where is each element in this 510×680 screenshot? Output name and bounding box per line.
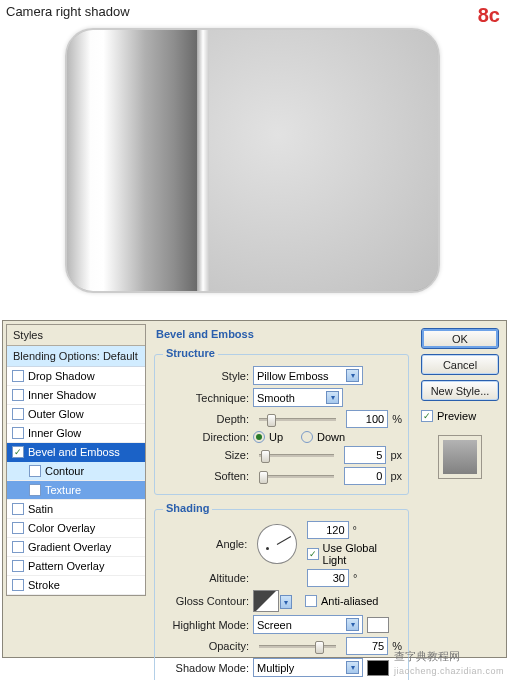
select-value: Smooth — [257, 392, 295, 404]
illustration-area: Camera right shadow 8c — [0, 0, 510, 317]
gloss-contour-picker[interactable]: ▾ — [253, 590, 279, 612]
size-input[interactable]: 5 — [344, 446, 386, 464]
styles-column: Styles Blending Options: Default Drop Sh… — [6, 324, 146, 654]
style-row-stroke[interactable]: Stroke — [7, 576, 145, 595]
preview-checkbox[interactable] — [421, 410, 433, 422]
chevron-down-icon: ▾ — [346, 369, 359, 382]
preview-toggle[interactable]: Preview — [421, 410, 499, 422]
depth-input[interactable]: 100 — [346, 410, 388, 428]
checkbox-icon[interactable] — [12, 560, 24, 572]
angle-input[interactable]: 120 — [307, 521, 349, 539]
shading-legend: Shading — [163, 502, 212, 514]
select-value: Screen — [257, 619, 292, 631]
highlight-color-swatch[interactable] — [367, 617, 389, 633]
size-label: Size: — [161, 449, 249, 461]
style-label: Drop Shadow — [28, 370, 95, 382]
style-row-satin[interactable]: Satin — [7, 500, 145, 519]
shadow-color-swatch[interactable] — [367, 660, 389, 676]
style-row-gradient-overlay[interactable]: Gradient Overlay — [7, 538, 145, 557]
technique-label: Technique: — [161, 392, 249, 404]
style-row-pattern-overlay[interactable]: Pattern Overlay — [7, 557, 145, 576]
technique-select[interactable]: Smooth▾ — [253, 388, 343, 407]
altitude-label: Altitude: — [161, 572, 249, 584]
angle-label: Angle: — [161, 538, 247, 550]
chevron-down-icon: ▾ — [280, 595, 292, 609]
radio-label: Up — [269, 431, 283, 443]
structure-legend: Structure — [163, 347, 218, 359]
global-light-checkbox[interactable] — [307, 548, 319, 560]
checkbox-icon[interactable] — [29, 465, 41, 477]
checkbox-icon[interactable] — [12, 370, 24, 382]
shading-fieldset: Shading Angle: 120 ° Use Global Light Al… — [154, 509, 409, 680]
watermark-sub: jiaocheng.chazidian.com — [394, 666, 504, 676]
blending-options-row[interactable]: Blending Options: Default — [7, 346, 145, 367]
highlight-mode-select[interactable]: Screen▾ — [253, 615, 363, 634]
checkbox-icon[interactable] — [12, 389, 24, 401]
radio-label: Down — [317, 431, 345, 443]
checkbox-icon[interactable] — [12, 503, 24, 515]
highlight-opacity-input[interactable]: 75 — [346, 637, 388, 655]
camera-preview — [65, 28, 440, 293]
depth-slider[interactable] — [259, 418, 336, 421]
style-row-texture[interactable]: Texture — [7, 481, 145, 500]
checkbox-icon[interactable] — [29, 484, 41, 496]
style-row-color-overlay[interactable]: Color Overlay — [7, 519, 145, 538]
altitude-input[interactable]: 30 — [307, 569, 349, 587]
ok-button[interactable]: OK — [421, 328, 499, 349]
watermark: 查字典教程网 jiaocheng.chazidian.com — [394, 649, 504, 676]
shadow-mode-select[interactable]: Multiply▾ — [253, 658, 363, 677]
unit-label: px — [390, 470, 402, 482]
style-row-contour[interactable]: Contour — [7, 462, 145, 481]
checkbox-icon[interactable] — [12, 579, 24, 591]
style-label: Outer Glow — [28, 408, 84, 420]
direction-up-radio[interactable] — [253, 431, 265, 443]
style-select[interactable]: Pillow Emboss▾ — [253, 366, 363, 385]
step-badge: 8c — [478, 4, 500, 27]
anti-aliased-label: Anti-aliased — [321, 595, 378, 607]
layer-style-dialog: Styles Blending Options: Default Drop Sh… — [2, 320, 507, 658]
unit-label: ° — [353, 524, 357, 536]
size-slider[interactable] — [259, 454, 334, 457]
direction-down-radio[interactable] — [301, 431, 313, 443]
style-label: Pattern Overlay — [28, 560, 104, 572]
checkbox-icon[interactable] — [12, 522, 24, 534]
style-row-inner-glow[interactable]: Inner Glow — [7, 424, 145, 443]
cancel-button[interactable]: Cancel — [421, 354, 499, 375]
style-label: Contour — [45, 465, 84, 477]
style-label: Stroke — [28, 579, 60, 591]
style-label: Texture — [45, 484, 81, 496]
style-label: Gradient Overlay — [28, 541, 111, 553]
checkbox-icon[interactable] — [12, 541, 24, 553]
unit-label: ° — [353, 572, 357, 584]
soften-slider[interactable] — [259, 475, 334, 478]
styles-list: Styles Blending Options: Default Drop Sh… — [6, 324, 146, 596]
style-label: Inner Glow — [28, 427, 81, 439]
highlight-mode-label: Highlight Mode: — [161, 619, 249, 631]
checkbox-icon[interactable] — [12, 408, 24, 420]
select-value: Pillow Emboss — [257, 370, 329, 382]
soften-label: Soften: — [161, 470, 249, 482]
shadow-mode-label: Shadow Mode: — [161, 662, 249, 674]
select-value: Multiply — [257, 662, 294, 674]
anti-aliased-checkbox[interactable] — [305, 595, 317, 607]
soften-input[interactable]: 0 — [344, 467, 386, 485]
style-row-drop-shadow[interactable]: Drop Shadow — [7, 367, 145, 386]
unit-label: px — [390, 449, 402, 461]
chevron-down-icon: ▾ — [346, 661, 359, 674]
styles-header[interactable]: Styles — [7, 325, 145, 346]
style-label: Style: — [161, 370, 249, 382]
depth-label: Depth: — [161, 413, 249, 425]
new-style-button[interactable]: New Style... — [421, 380, 499, 401]
page-title: Camera right shadow — [6, 4, 130, 19]
checkbox-icon[interactable] — [12, 427, 24, 439]
bevel-title: Bevel and Emboss — [156, 328, 411, 340]
style-label: Bevel and Emboss — [28, 446, 120, 458]
style-label: Inner Shadow — [28, 389, 96, 401]
gloss-contour-label: Gloss Contour: — [161, 595, 249, 607]
angle-dial[interactable] — [257, 524, 296, 564]
highlight-opacity-slider[interactable] — [259, 645, 336, 648]
style-row-inner-shadow[interactable]: Inner Shadow — [7, 386, 145, 405]
style-row-outer-glow[interactable]: Outer Glow — [7, 405, 145, 424]
checkbox-icon[interactable] — [12, 446, 24, 458]
style-row-bevel-emboss[interactable]: Bevel and Emboss — [7, 443, 145, 462]
